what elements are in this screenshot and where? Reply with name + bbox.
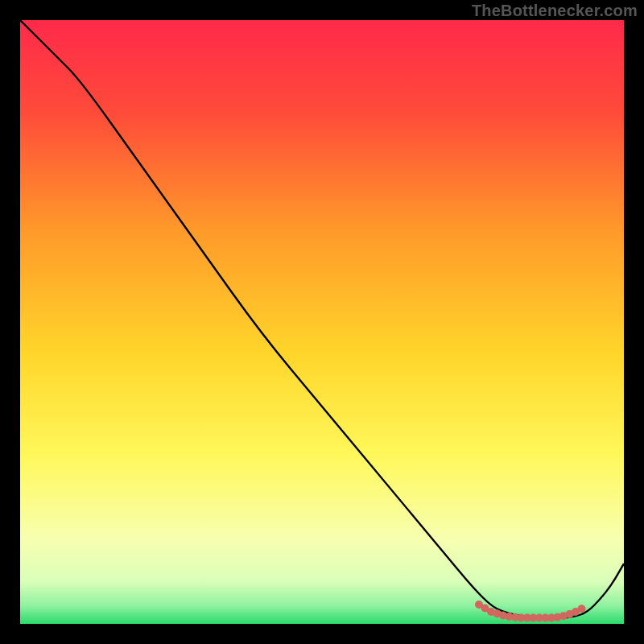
gradient-background [20, 20, 624, 624]
chart-frame: TheBottlenecker.com [0, 0, 644, 644]
data-dot [578, 605, 586, 613]
watermark-text: TheBottlenecker.com [472, 2, 638, 20]
chart-svg [20, 20, 624, 624]
plot-area [20, 20, 624, 624]
